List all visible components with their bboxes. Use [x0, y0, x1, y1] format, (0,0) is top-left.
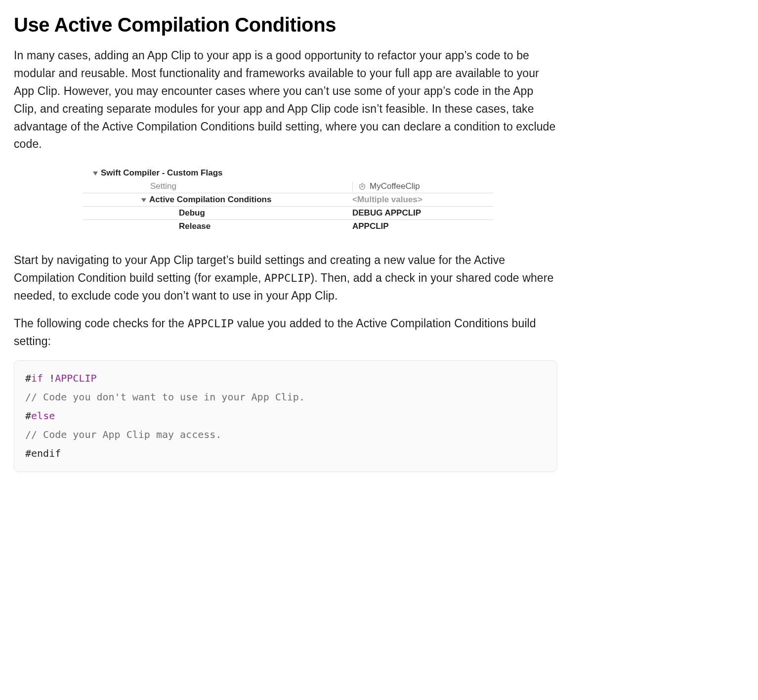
code-line: #if !APPCLIP — [25, 369, 546, 388]
code-block: #if !APPCLIP // Code you don't want to u… — [14, 360, 557, 472]
code-line: #else — [25, 406, 546, 425]
paragraph-intro: In many cases, adding an App Clip to you… — [14, 47, 557, 153]
settings-group-row: Swift Compiler - Custom Flags — [83, 166, 493, 179]
settings-subgroup-value: <Multiple values> — [352, 195, 422, 205]
settings-item-label: Release — [179, 221, 211, 231]
settings-group-title[interactable]: Swift Compiler - Custom Flags — [83, 168, 223, 178]
appclip-target-icon — [358, 182, 367, 191]
code-line: #endif — [25, 444, 546, 463]
settings-item-row[interactable]: Debug DEBUG APPCLIP — [83, 206, 493, 219]
paragraph-code-intro: The following code checks for the APPCLI… — [14, 315, 557, 350]
text-run: The following code checks for the — [14, 317, 188, 330]
code-comment: // Code your App Clip may access. — [25, 425, 546, 444]
chevron-down-icon — [93, 172, 98, 175]
settings-subgroup-row[interactable]: Active Compilation Conditions <Multiple … — [83, 193, 493, 206]
code-symbol: APPCLIP — [55, 372, 96, 384]
inline-code: APPCLIP — [264, 272, 311, 284]
code-keyword: if — [31, 372, 43, 384]
settings-item-value: APPCLIP — [352, 221, 389, 231]
code-comment: // Code you don't want to use in your Ap… — [25, 388, 546, 406]
settings-group-label: Swift Compiler - Custom Flags — [101, 168, 223, 178]
chevron-down-icon — [141, 198, 146, 202]
paragraph-steps: Start by navigating to your App Clip tar… — [14, 252, 557, 305]
settings-item-value: DEBUG APPCLIP — [352, 208, 421, 218]
settings-item-row[interactable]: Release APPCLIP — [83, 219, 493, 233]
settings-header-row: Setting MyCoffeeClip — [83, 179, 493, 193]
settings-column-label: Setting — [150, 181, 176, 191]
section-heading: Use Active Compilation Conditions — [14, 14, 557, 36]
settings-subgroup-label: Active Compilation Conditions — [149, 195, 271, 205]
article-container: Use Active Compilation Conditions In man… — [14, 14, 557, 472]
build-settings-panel: Swift Compiler - Custom Flags Setting My… — [83, 166, 493, 233]
target-name: MyCoffeeClip — [370, 181, 420, 191]
code-keyword: else — [31, 410, 55, 422]
inline-code: APPCLIP — [188, 317, 234, 330]
settings-item-label: Debug — [179, 208, 205, 218]
